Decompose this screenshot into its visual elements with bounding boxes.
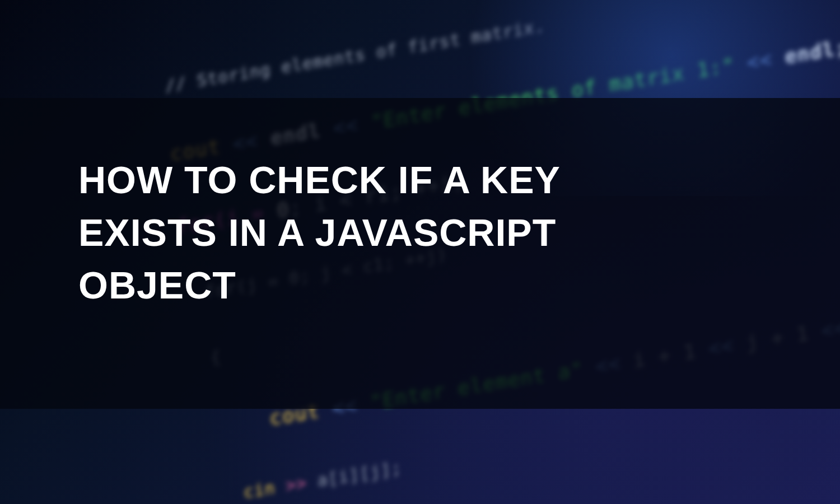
article-title: HOW TO CHECK IF A KEY EXISTS IN A JAVASC… (78, 154, 762, 311)
title-line-3: OBJECT (78, 264, 236, 306)
title-line-1: HOW TO CHECK IF A KEY (78, 158, 561, 201)
title-line-2: EXISTS IN A JAVASCRIPT (78, 211, 556, 254)
